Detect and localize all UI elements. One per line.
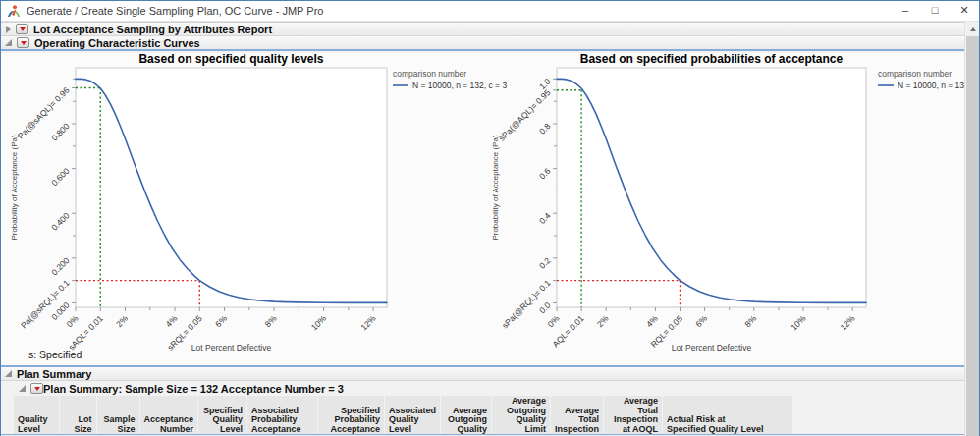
column-header: Specified Probability Acceptance [318,396,385,435]
window-title: Generate / Create Single Sampling Plan, … [27,5,323,17]
column-header: Lot Size [59,396,96,435]
y-tick-label: 0.8 [537,121,553,136]
column-header: Average Total Inspection at AOQL [604,396,663,435]
jmp-window: Generate / Create Single Sampling Plan, … [0,0,980,436]
y-tick-label: 0.400 [49,210,71,232]
y-tick-label: 0.800 [49,121,71,142]
x-tick-label: 6% [693,313,709,329]
x-tick-label: 10% [309,313,328,332]
close-button[interactable]: ✕ [950,1,979,21]
red-triangle-menu-icon[interactable] [30,383,43,394]
legend-entry[interactable]: N = 10000, n = 132, c = 3 [898,81,966,90]
x-tick-label: 6% [213,313,229,329]
x-tick-label: 8% [742,313,758,329]
red-triangle-menu-icon[interactable] [17,37,29,48]
plan-summary-table-wrap: Quality LevelLot SizeSample SizeAcceptan… [14,396,793,436]
x-tick-label: 12% [839,313,857,332]
outline-band-plan-detail[interactable]: Plan Summary: Sample Size = 132 Acceptan… [1,381,966,396]
legend-entry[interactable]: N = 10000, n = 132, c = 3 [412,81,507,90]
column-header: Average Outgoing Quality [441,396,492,435]
chart-title: Based on specified quality levels [138,53,323,66]
legend-title: comparison number [878,69,952,79]
chart-title: Based on specified probabilities of acce… [580,53,844,66]
column-header: Associated Probability Acceptance [247,396,318,435]
maximize-button[interactable]: □ [920,1,950,21]
table-header-row: Quality LevelLot SizeSample SizeAcceptan… [14,396,792,435]
x-tick-label: 0% [546,313,562,329]
scrollbar-thumb[interactable] [966,36,979,436]
x-tick-label: 4% [644,313,660,329]
x-tick-label: 2% [595,313,611,329]
plan-summary-label: Plan Summary [17,368,91,380]
x-axis-title: Lot Percent Defective [191,343,272,353]
column-header: Sample Size [96,396,139,435]
y-tick-label: 0.4 [537,210,553,226]
y-tick-label: 0.0 [537,300,553,316]
disclosure-closed-icon[interactable] [6,26,11,33]
column-header: Acceptance Number [139,396,198,435]
y-tick-label: 0.6 [537,166,553,182]
y-axis-title: Probability of Acceptance (Pa) [10,135,19,241]
plan-summary-table: Quality LevelLot SizeSample SizeAcceptan… [14,396,793,436]
y-tick-label: 0.600 [49,166,71,188]
oc-curve-charts: 0.000Pa(@sRQL)= 0.10.2000.4000.6000.800P… [1,53,966,365]
plot-area[interactable] [557,68,866,307]
column-header: Associated Quality Level [385,396,441,435]
plan-detail-label: Plan Summary: Sample Size = 132 Acceptan… [43,383,344,395]
outline-band-plan-summary[interactable]: Plan Summary [1,365,966,381]
y-axis-title: Probability of Acceptance (Pa) [491,135,500,241]
vertical-scrollbar[interactable] [964,22,979,436]
x-tick-label: 12% [358,313,377,332]
column-header: Quality Level [14,396,59,435]
outline-band-oc-label: Operating Characteristic Curves [34,37,200,49]
titlebar: Generate / Create Single Sampling Plan, … [1,1,979,22]
x-tick-label: 4% [164,313,180,329]
disclosure-open-icon[interactable] [19,385,26,392]
oc-charts-region: 0.000Pa(@sRQL)= 0.10.2000.4000.6000.800P… [1,53,966,365]
x-tick-label: 10% [789,313,807,332]
red-triangle-menu-icon[interactable] [16,24,28,34]
x-axis-title: Lot Percent Defective [672,343,752,353]
plot-area[interactable] [76,68,387,307]
column-header: Average Outgoing Quality Limit [492,396,551,435]
specified-note: s: Specified [28,349,82,360]
x-tick-label: 2% [114,313,130,329]
scroll-up-icon[interactable] [965,22,980,36]
column-header: Average Total Inspection [551,396,604,435]
y-tick-label: 1.0 [537,77,553,92]
outline-band-oc-curves[interactable]: Operating Characteristic Curves [1,36,966,51]
disclosure-open-icon[interactable] [5,39,12,46]
column-header: Specified Quality Level [198,396,247,435]
legend-title: comparison number [393,69,466,79]
outline-band-report-label: Lot Acceptance Sampling by Attributes Re… [33,24,272,35]
x-tick-label: 0% [65,313,81,329]
minimize-button[interactable]: – [891,1,920,21]
y-tick-label: 0.200 [49,255,71,277]
outline-band-report[interactable]: Lot Acceptance Sampling by Attributes Re… [1,22,966,36]
jmp-app-icon [7,4,21,18]
disclosure-open-icon[interactable] [5,370,12,377]
x-tick-label: 8% [263,313,279,329]
column-header: Actual Risk at Specified Quality Level [663,396,793,435]
y-tick-label: 0.2 [537,255,553,271]
